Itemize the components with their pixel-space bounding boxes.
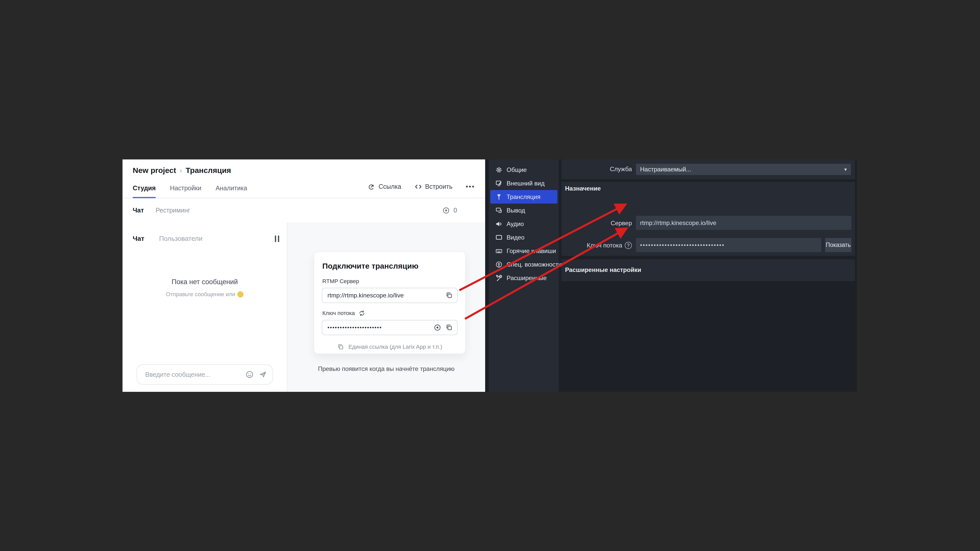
emoji-picker-icon[interactable] <box>245 370 254 379</box>
refresh-icon[interactable] <box>358 310 366 317</box>
chat-column-header: Чат Пользователи <box>133 235 279 243</box>
obs-sidebar: Общие Внешний вид Трансляция Вывод Аудио… <box>485 159 559 392</box>
chat-header-chat[interactable]: Чат <box>133 235 144 243</box>
server-input[interactable]: rtmp://rtmp.kinescope.io/live <box>636 216 851 230</box>
kinescope-panel: New project › Трансляция Студия Настройк… <box>123 159 485 392</box>
preview-area: Подключите трансляцию RTMP Сервер rtmp:/… <box>287 222 485 392</box>
destination-section-title: Назначение <box>565 185 601 192</box>
sidebar-item-stream[interactable]: Трансляция <box>490 190 557 203</box>
link-label: Ссылка <box>379 183 401 190</box>
sidebar-item-hotkeys[interactable]: Горячие клавиши <box>490 244 557 258</box>
embed-label: Встроить <box>425 183 452 190</box>
stream-key-value: •••••••••••••••••••••• <box>328 324 430 331</box>
help-icon[interactable]: ? <box>625 242 632 249</box>
tab-analytics[interactable]: Аналитика <box>216 184 247 198</box>
more-menu-button[interactable]: ••• <box>466 183 475 191</box>
audio-icon <box>495 221 503 227</box>
eye-icon <box>442 206 450 214</box>
appearance-icon <box>495 180 503 187</box>
subtab-chat[interactable]: Чат <box>133 206 144 214</box>
chat-column: Чат Пользователи Пока нет сообщений Отпр… <box>123 222 287 392</box>
screenshot-canvas: New project › Трансляция Студия Настройк… <box>0 0 980 551</box>
sidebar-item-output[interactable]: Вывод <box>490 203 557 217</box>
service-label: Служба <box>562 165 632 173</box>
embed-button[interactable]: Встроить <box>414 183 452 191</box>
breadcrumb-page: Трансляция <box>186 166 231 175</box>
broadcast-icon <box>495 193 503 200</box>
preview-hint: Превью появится когда вы начнёте трансля… <box>287 365 485 372</box>
keyboard-icon <box>495 248 503 254</box>
send-icon[interactable] <box>259 370 267 379</box>
stream-key-label-row: Ключ потока ? <box>562 242 632 249</box>
chevron-down-icon: ▾ <box>844 166 847 172</box>
header-actions: Ссылка Встроить ••• <box>368 183 475 191</box>
service-dropdown[interactable]: Настраиваемый... ▾ <box>636 164 851 175</box>
breadcrumb-separator-icon: › <box>180 166 182 175</box>
kinescope-main: Чат Пользователи Пока нет сообщений Отпр… <box>123 222 485 392</box>
viewers-counter: 0 <box>442 198 457 222</box>
subtab-restreaming[interactable]: Рестриминг <box>156 206 190 214</box>
copy-icon[interactable] <box>445 324 453 331</box>
obs-settings-panel: Общие Внешний вид Трансляция Вывод Аудио… <box>485 159 857 392</box>
chat-message-input[interactable] <box>145 371 240 379</box>
stream-key-label: Ключ потока <box>322 310 355 317</box>
advanced-section-title: Расширенные настройки <box>565 266 641 273</box>
sidebar-item-general[interactable]: Общие <box>490 163 557 176</box>
embed-icon <box>414 183 422 191</box>
connect-stream-card: Подключите трансляцию RTMP Сервер rtmp:/… <box>314 252 466 354</box>
chat-message-box <box>137 364 273 385</box>
sub-tabs: Чат Рестриминг <box>133 198 190 222</box>
advanced-section: Расширенные настройки <box>562 259 855 281</box>
tools-icon <box>495 275 503 282</box>
stream-key-field[interactable]: •••••••••••••••••••••• <box>322 320 458 335</box>
rtmp-server-field[interactable]: rtmp://rtmp.kinescope.io/live <box>322 288 458 303</box>
kinescope-subheader: Чат Рестриминг 0 <box>123 198 485 223</box>
sidebar-item-advanced[interactable]: Расширенные <box>490 271 557 285</box>
single-link-button[interactable]: Единая ссылка (для Larix App и т.п.) <box>322 343 458 351</box>
stream-key-label-row: Ключ потока <box>322 310 458 317</box>
obs-content: Служба Настраиваемый... ▾ Назначение Сер… <box>559 159 857 392</box>
sidebar-item-appearance[interactable]: Внешний вид <box>490 176 557 190</box>
link-button[interactable]: Ссылка <box>368 183 401 191</box>
tab-settings[interactable]: Настройки <box>170 184 201 198</box>
pause-icon[interactable] <box>275 235 279 242</box>
chat-empty-title: Пока нет сообщений <box>123 278 287 286</box>
server-value: rtmp://rtmp.kinescope.io/live <box>640 219 716 227</box>
service-value: Настраиваемый... <box>640 166 691 173</box>
server-label: Сервер <box>562 220 632 227</box>
stream-key-label: Ключ потока <box>587 242 622 249</box>
single-link-label: Единая ссылка (для Larix App и т.п.) <box>348 344 442 350</box>
link-icon <box>368 183 375 191</box>
show-key-eye-icon[interactable] <box>434 324 441 331</box>
stream-key-input[interactable]: ••••••••••••••••••••••••••••••• <box>636 238 821 252</box>
rtmp-server-value: rtmp://rtmp.kinescope.io/live <box>328 292 441 299</box>
destination-section: Назначение Сервер rtmp://rtmp.kinescope.… <box>562 182 855 256</box>
breadcrumb-project[interactable]: New project <box>133 166 176 175</box>
sidebar-item-accessibility[interactable]: Спец. возможности <box>490 258 557 271</box>
chat-empty-subtitle: Отправьте сообщение или <box>123 291 287 298</box>
breadcrumb: New project › Трансляция <box>133 166 231 175</box>
kinescope-header: New project › Трансляция Студия Настройк… <box>123 159 485 198</box>
card-title: Подключите трансляцию <box>322 262 458 270</box>
accessibility-icon <box>495 261 503 268</box>
video-icon <box>495 234 503 241</box>
stream-key-value: ••••••••••••••••••••••••••••••• <box>640 242 725 248</box>
viewers-count: 0 <box>453 206 457 214</box>
tab-studio[interactable]: Студия <box>133 184 156 198</box>
main-tabs: Студия Настройки Аналитика <box>133 184 247 198</box>
chat-empty-state: Пока нет сообщений Отправьте сообщение и… <box>123 278 287 298</box>
rtmp-server-label: RTMP Сервер <box>322 278 458 285</box>
copy-icon[interactable] <box>445 292 453 299</box>
smiley-emoji-icon <box>237 291 243 297</box>
gear-icon <box>495 166 503 173</box>
service-section: Служба Настраиваемый... ▾ <box>562 159 855 179</box>
chat-header-users[interactable]: Пользователи <box>159 235 202 243</box>
show-key-button[interactable]: Показать <box>825 238 851 252</box>
sidebar-item-audio[interactable]: Аудио <box>490 217 557 230</box>
sidebar-item-video[interactable]: Видео <box>490 230 557 244</box>
output-icon <box>495 207 503 214</box>
copy-icon <box>337 343 344 351</box>
